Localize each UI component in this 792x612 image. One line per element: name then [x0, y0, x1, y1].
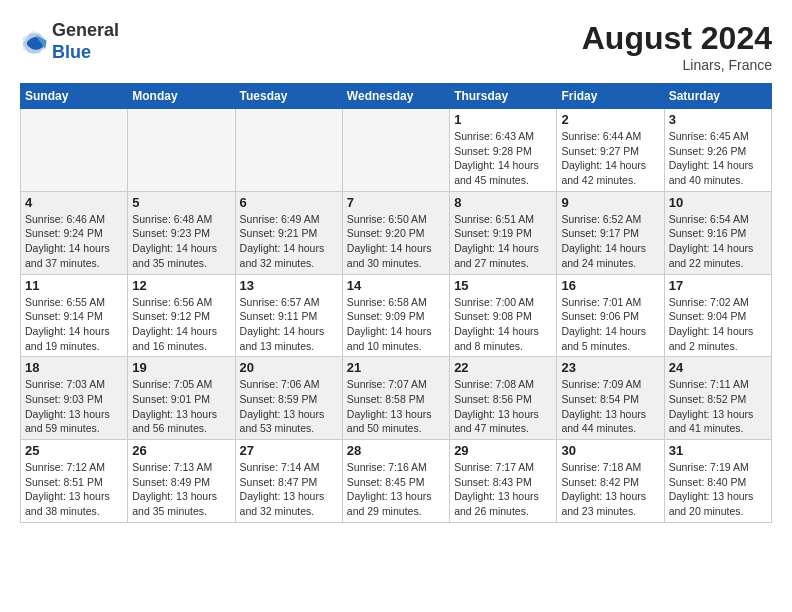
calendar-cell	[128, 109, 235, 192]
day-number: 2	[561, 112, 659, 127]
day-number: 31	[669, 443, 767, 458]
weekday-header-tuesday: Tuesday	[235, 84, 342, 109]
day-number: 23	[561, 360, 659, 375]
day-info: Sunrise: 7:17 AM Sunset: 8:43 PM Dayligh…	[454, 460, 552, 519]
day-info: Sunrise: 7:01 AM Sunset: 9:06 PM Dayligh…	[561, 295, 659, 354]
day-number: 29	[454, 443, 552, 458]
calendar-cell	[342, 109, 449, 192]
day-info: Sunrise: 7:09 AM Sunset: 8:54 PM Dayligh…	[561, 377, 659, 436]
day-number: 8	[454, 195, 552, 210]
day-number: 11	[25, 278, 123, 293]
location: Linars, France	[582, 57, 772, 73]
day-info: Sunrise: 7:11 AM Sunset: 8:52 PM Dayligh…	[669, 377, 767, 436]
day-info: Sunrise: 7:07 AM Sunset: 8:58 PM Dayligh…	[347, 377, 445, 436]
day-number: 27	[240, 443, 338, 458]
calendar-cell: 31Sunrise: 7:19 AM Sunset: 8:40 PM Dayli…	[664, 440, 771, 523]
day-number: 30	[561, 443, 659, 458]
weekday-header-thursday: Thursday	[450, 84, 557, 109]
calendar-cell: 5Sunrise: 6:48 AM Sunset: 9:23 PM Daylig…	[128, 191, 235, 274]
calendar-cell: 21Sunrise: 7:07 AM Sunset: 8:58 PM Dayli…	[342, 357, 449, 440]
calendar-cell: 18Sunrise: 7:03 AM Sunset: 9:03 PM Dayli…	[21, 357, 128, 440]
calendar-cell: 30Sunrise: 7:18 AM Sunset: 8:42 PM Dayli…	[557, 440, 664, 523]
day-info: Sunrise: 6:54 AM Sunset: 9:16 PM Dayligh…	[669, 212, 767, 271]
calendar-cell: 9Sunrise: 6:52 AM Sunset: 9:17 PM Daylig…	[557, 191, 664, 274]
day-info: Sunrise: 7:08 AM Sunset: 8:56 PM Dayligh…	[454, 377, 552, 436]
day-info: Sunrise: 7:19 AM Sunset: 8:40 PM Dayligh…	[669, 460, 767, 519]
day-info: Sunrise: 6:51 AM Sunset: 9:19 PM Dayligh…	[454, 212, 552, 271]
calendar-cell: 28Sunrise: 7:16 AM Sunset: 8:45 PM Dayli…	[342, 440, 449, 523]
calendar-cell: 10Sunrise: 6:54 AM Sunset: 9:16 PM Dayli…	[664, 191, 771, 274]
title-section: August 2024 Linars, France	[582, 20, 772, 73]
day-number: 10	[669, 195, 767, 210]
month-year: August 2024	[582, 20, 772, 57]
calendar-cell: 19Sunrise: 7:05 AM Sunset: 9:01 PM Dayli…	[128, 357, 235, 440]
week-row-2: 4Sunrise: 6:46 AM Sunset: 9:24 PM Daylig…	[21, 191, 772, 274]
day-info: Sunrise: 7:05 AM Sunset: 9:01 PM Dayligh…	[132, 377, 230, 436]
calendar-cell: 8Sunrise: 6:51 AM Sunset: 9:19 PM Daylig…	[450, 191, 557, 274]
day-info: Sunrise: 6:43 AM Sunset: 9:28 PM Dayligh…	[454, 129, 552, 188]
day-number: 22	[454, 360, 552, 375]
day-number: 12	[132, 278, 230, 293]
day-number: 26	[132, 443, 230, 458]
day-number: 18	[25, 360, 123, 375]
calendar-cell: 11Sunrise: 6:55 AM Sunset: 9:14 PM Dayli…	[21, 274, 128, 357]
week-row-4: 18Sunrise: 7:03 AM Sunset: 9:03 PM Dayli…	[21, 357, 772, 440]
week-row-3: 11Sunrise: 6:55 AM Sunset: 9:14 PM Dayli…	[21, 274, 772, 357]
weekday-header-monday: Monday	[128, 84, 235, 109]
calendar-cell: 27Sunrise: 7:14 AM Sunset: 8:47 PM Dayli…	[235, 440, 342, 523]
logo: General Blue	[20, 20, 119, 63]
calendar-cell: 17Sunrise: 7:02 AM Sunset: 9:04 PM Dayli…	[664, 274, 771, 357]
day-info: Sunrise: 7:12 AM Sunset: 8:51 PM Dayligh…	[25, 460, 123, 519]
calendar-cell: 16Sunrise: 7:01 AM Sunset: 9:06 PM Dayli…	[557, 274, 664, 357]
day-info: Sunrise: 6:52 AM Sunset: 9:17 PM Dayligh…	[561, 212, 659, 271]
logo-blue: Blue	[52, 42, 119, 64]
day-number: 28	[347, 443, 445, 458]
weekday-header-wednesday: Wednesday	[342, 84, 449, 109]
calendar-cell: 23Sunrise: 7:09 AM Sunset: 8:54 PM Dayli…	[557, 357, 664, 440]
logo-icon	[20, 28, 48, 56]
day-number: 16	[561, 278, 659, 293]
day-info: Sunrise: 7:13 AM Sunset: 8:49 PM Dayligh…	[132, 460, 230, 519]
day-number: 20	[240, 360, 338, 375]
calendar-cell	[21, 109, 128, 192]
day-number: 4	[25, 195, 123, 210]
calendar-cell: 7Sunrise: 6:50 AM Sunset: 9:20 PM Daylig…	[342, 191, 449, 274]
day-number: 6	[240, 195, 338, 210]
day-number: 21	[347, 360, 445, 375]
day-info: Sunrise: 7:18 AM Sunset: 8:42 PM Dayligh…	[561, 460, 659, 519]
day-info: Sunrise: 6:50 AM Sunset: 9:20 PM Dayligh…	[347, 212, 445, 271]
day-number: 15	[454, 278, 552, 293]
weekday-header-friday: Friday	[557, 84, 664, 109]
calendar-cell: 25Sunrise: 7:12 AM Sunset: 8:51 PM Dayli…	[21, 440, 128, 523]
day-info: Sunrise: 6:55 AM Sunset: 9:14 PM Dayligh…	[25, 295, 123, 354]
week-row-5: 25Sunrise: 7:12 AM Sunset: 8:51 PM Dayli…	[21, 440, 772, 523]
day-info: Sunrise: 6:46 AM Sunset: 9:24 PM Dayligh…	[25, 212, 123, 271]
day-info: Sunrise: 6:58 AM Sunset: 9:09 PM Dayligh…	[347, 295, 445, 354]
day-number: 25	[25, 443, 123, 458]
day-number: 17	[669, 278, 767, 293]
calendar-cell: 29Sunrise: 7:17 AM Sunset: 8:43 PM Dayli…	[450, 440, 557, 523]
calendar-cell: 24Sunrise: 7:11 AM Sunset: 8:52 PM Dayli…	[664, 357, 771, 440]
day-info: Sunrise: 6:45 AM Sunset: 9:26 PM Dayligh…	[669, 129, 767, 188]
calendar-cell: 12Sunrise: 6:56 AM Sunset: 9:12 PM Dayli…	[128, 274, 235, 357]
day-number: 24	[669, 360, 767, 375]
weekday-header-row: SundayMondayTuesdayWednesdayThursdayFrid…	[21, 84, 772, 109]
day-info: Sunrise: 6:49 AM Sunset: 9:21 PM Dayligh…	[240, 212, 338, 271]
day-info: Sunrise: 6:57 AM Sunset: 9:11 PM Dayligh…	[240, 295, 338, 354]
day-info: Sunrise: 7:03 AM Sunset: 9:03 PM Dayligh…	[25, 377, 123, 436]
calendar-cell: 22Sunrise: 7:08 AM Sunset: 8:56 PM Dayli…	[450, 357, 557, 440]
day-info: Sunrise: 7:00 AM Sunset: 9:08 PM Dayligh…	[454, 295, 552, 354]
day-number: 19	[132, 360, 230, 375]
day-info: Sunrise: 7:06 AM Sunset: 8:59 PM Dayligh…	[240, 377, 338, 436]
weekday-header-saturday: Saturday	[664, 84, 771, 109]
calendar-cell: 26Sunrise: 7:13 AM Sunset: 8:49 PM Dayli…	[128, 440, 235, 523]
calendar-cell	[235, 109, 342, 192]
day-info: Sunrise: 6:44 AM Sunset: 9:27 PM Dayligh…	[561, 129, 659, 188]
day-number: 9	[561, 195, 659, 210]
calendar-cell: 2Sunrise: 6:44 AM Sunset: 9:27 PM Daylig…	[557, 109, 664, 192]
day-info: Sunrise: 6:56 AM Sunset: 9:12 PM Dayligh…	[132, 295, 230, 354]
day-number: 7	[347, 195, 445, 210]
day-number: 5	[132, 195, 230, 210]
calendar-table: SundayMondayTuesdayWednesdayThursdayFrid…	[20, 83, 772, 523]
calendar-cell: 14Sunrise: 6:58 AM Sunset: 9:09 PM Dayli…	[342, 274, 449, 357]
